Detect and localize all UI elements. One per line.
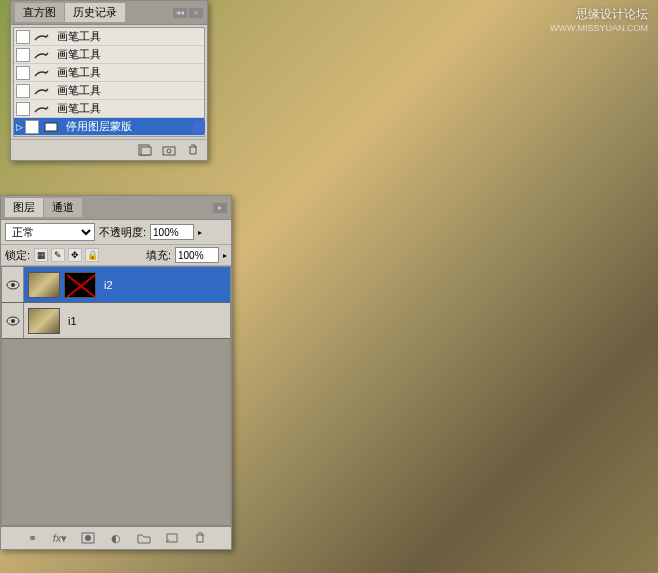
watermark-main: 思缘设计论坛	[576, 6, 648, 23]
layer-thumbnail[interactable]	[28, 308, 60, 334]
brush-icon	[33, 49, 51, 61]
watermark-sub: WWW.MISSYUAN.COM	[550, 23, 648, 33]
layer-row[interactable]: i1	[2, 303, 230, 339]
history-panel-header: 直方图 历史记录 ◂◂ ×	[11, 1, 207, 25]
history-item[interactable]: 画笔工具	[14, 28, 204, 46]
history-checkbox[interactable]	[16, 66, 30, 80]
visibility-toggle[interactable]	[2, 303, 24, 338]
adjustment-layer-icon[interactable]: ◐	[107, 531, 125, 545]
history-list: 画笔工具 画笔工具 画笔工具 画笔工具 画笔工具	[13, 27, 205, 137]
scroll-down-icon[interactable]	[193, 121, 205, 133]
history-checkbox[interactable]	[16, 30, 30, 44]
opacity-label: 不透明度:	[99, 225, 146, 240]
opacity-input[interactable]	[150, 224, 194, 240]
svg-rect-2	[141, 147, 151, 155]
history-pointer-icon: ▷	[16, 122, 23, 132]
tab-history[interactable]: 历史记录	[65, 3, 125, 22]
panel-collapse-left-icon[interactable]: ◂◂	[173, 8, 187, 18]
history-item[interactable]: 画笔工具	[14, 82, 204, 100]
history-checkbox[interactable]	[25, 120, 39, 134]
blend-opacity-row: 正常 不透明度: ▸	[1, 220, 231, 244]
brush-icon	[33, 85, 51, 97]
trash-icon[interactable]	[185, 143, 201, 157]
tab-layers[interactable]: 图层	[5, 198, 43, 217]
history-item[interactable]: 画笔工具	[14, 46, 204, 64]
tab-channels[interactable]: 通道	[44, 198, 82, 217]
history-item[interactable]: 画笔工具	[14, 100, 204, 118]
new-group-icon[interactable]	[135, 531, 153, 545]
history-item-label: 画笔工具	[57, 47, 101, 62]
new-document-icon[interactable]	[137, 143, 153, 157]
panel-close-icon[interactable]: ×	[189, 8, 203, 18]
layers-panel-footer: ⚭ fx▾ ◐	[1, 526, 231, 549]
brush-icon	[33, 67, 51, 79]
lock-transparency-icon[interactable]: ▦	[34, 248, 48, 262]
fill-label: 填充:	[146, 248, 171, 263]
layer-name-label[interactable]: i2	[104, 279, 113, 291]
eye-icon	[6, 280, 20, 290]
layer-fx-icon[interactable]: fx▾	[51, 531, 69, 545]
mask-disable-icon	[42, 121, 60, 133]
history-panel: 直方图 历史记录 ◂◂ × 画笔工具 画笔工具 画笔工具	[10, 0, 208, 161]
history-checkbox[interactable]	[16, 48, 30, 62]
panel-menu-icon[interactable]: ▸	[213, 203, 227, 213]
lock-label: 锁定:	[5, 248, 30, 263]
history-item-label: 停用图层蒙版	[66, 119, 132, 134]
visibility-toggle[interactable]	[2, 267, 24, 302]
svg-rect-0	[45, 123, 57, 131]
history-panel-footer	[11, 139, 207, 160]
brush-icon	[33, 31, 51, 43]
history-item-label: 画笔工具	[57, 65, 101, 80]
history-item-label: 画笔工具	[57, 101, 101, 116]
layer-mask-thumbnail[interactable]	[64, 272, 96, 298]
dropdown-arrow-icon[interactable]: ▸	[198, 228, 202, 237]
add-mask-icon[interactable]	[79, 531, 97, 545]
history-item-label: 画笔工具	[57, 29, 101, 44]
layer-name-label[interactable]: i1	[68, 315, 77, 327]
layers-list: i2 i1	[1, 266, 231, 526]
fill-input[interactable]	[175, 247, 219, 263]
brush-icon	[33, 103, 51, 115]
dropdown-arrow-icon[interactable]: ▸	[223, 251, 227, 260]
lock-pixels-icon[interactable]: ✎	[51, 248, 65, 262]
eye-icon	[6, 316, 20, 326]
layers-panel-header: 图层 通道 ▸	[1, 196, 231, 220]
layers-panel: 图层 通道 ▸ 正常 不透明度: ▸ 锁定: ▦ ✎ ✥ 🔒 填充: ▸	[0, 195, 232, 550]
tab-histogram[interactable]: 直方图	[15, 3, 64, 22]
history-item[interactable]: 画笔工具	[14, 64, 204, 82]
svg-point-12	[85, 535, 91, 541]
layer-thumbnail[interactable]	[28, 272, 60, 298]
blend-mode-select[interactable]: 正常	[5, 223, 95, 241]
svg-point-6	[11, 283, 15, 287]
history-checkbox[interactable]	[16, 84, 30, 98]
history-checkbox[interactable]	[16, 102, 30, 116]
lock-fill-row: 锁定: ▦ ✎ ✥ 🔒 填充: ▸	[1, 244, 231, 266]
trash-icon[interactable]	[191, 531, 209, 545]
lock-all-icon[interactable]: 🔒	[85, 248, 99, 262]
svg-point-10	[11, 319, 15, 323]
history-item-label: 画笔工具	[57, 83, 101, 98]
history-item[interactable]: ▷ 停用图层蒙版	[14, 118, 204, 136]
layer-row[interactable]: i2	[2, 267, 230, 303]
mask-disabled-x-icon	[65, 273, 95, 297]
svg-point-4	[167, 149, 171, 153]
lock-position-icon[interactable]: ✥	[68, 248, 82, 262]
new-layer-icon[interactable]	[163, 531, 181, 545]
link-layers-icon[interactable]: ⚭	[23, 531, 41, 545]
svg-rect-3	[163, 147, 175, 155]
new-snapshot-icon[interactable]	[161, 143, 177, 157]
